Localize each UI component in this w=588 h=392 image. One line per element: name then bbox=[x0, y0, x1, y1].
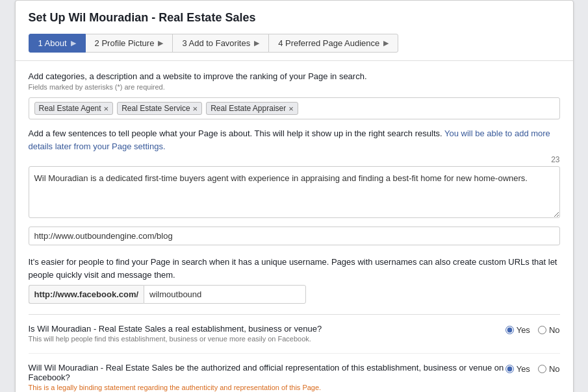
question1-text: Is Wil Mouradian - Real Estate Sales a r… bbox=[29, 324, 505, 334]
page-title: Set Up Wil Mouradian - Real Estate Sales bbox=[29, 11, 560, 25]
about-textarea[interactable]: Wil Mouradian is a dedicated first-time … bbox=[29, 166, 560, 218]
divider bbox=[29, 314, 560, 315]
question1-yes-label: Yes bbox=[517, 325, 530, 335]
website-input[interactable] bbox=[29, 227, 560, 245]
tab-add-favorites[interactable]: 3 Add to Favorites ▶ bbox=[172, 34, 269, 53]
tab-profile-picture-label: 2 Profile Picture bbox=[95, 38, 155, 48]
about-label-highlight: You will be able to add more details lat… bbox=[29, 129, 550, 151]
tag-label: Real Estate Service bbox=[121, 104, 190, 113]
question1-sub: This will help people find this establis… bbox=[29, 335, 505, 343]
question2-yes-radio[interactable] bbox=[505, 365, 514, 373]
question2-section: Will Wil Mouradian - Real Estate Sales b… bbox=[29, 363, 560, 392]
tag-real-estate-service: Real Estate Service × bbox=[117, 102, 202, 115]
question2-no-label: No bbox=[549, 364, 560, 374]
question2-question: Will Wil Mouradian - Real Estate Sales b… bbox=[29, 363, 505, 391]
tab-about-arrow: ▶ bbox=[71, 39, 76, 47]
question2-no-radio[interactable] bbox=[538, 365, 546, 373]
description-text: Add categories, a description and a webs… bbox=[29, 71, 560, 81]
about-label: Add a few sentences to tell people what … bbox=[29, 127, 560, 153]
setup-card: Set Up Wil Mouradian - Real Estate Sales… bbox=[15, 0, 574, 392]
tab-favorites-arrow: ▶ bbox=[254, 39, 259, 47]
question1-yes[interactable]: Yes bbox=[505, 325, 530, 335]
username-row: http://www.facebook.com/ bbox=[29, 285, 560, 304]
tab-audience-arrow: ▶ bbox=[383, 39, 389, 47]
tabs-container: 1 About ▶ 2 Profile Picture ▶ 3 Add to F… bbox=[29, 34, 560, 53]
question1-row: Is Wil Mouradian - Real Estate Sales a r… bbox=[29, 324, 560, 343]
question1-question: Is Wil Mouradian - Real Estate Sales a r… bbox=[29, 324, 505, 343]
username-prefix: http://www.facebook.com/ bbox=[29, 285, 144, 304]
question1-options: Yes No bbox=[505, 324, 560, 335]
tab-profile-arrow: ▶ bbox=[158, 39, 163, 47]
question1-yes-radio[interactable] bbox=[505, 326, 514, 334]
card-header: Set Up Wil Mouradian - Real Estate Sales… bbox=[16, 1, 573, 61]
tab-preferred-audience-label: 4 Preferred Page Audience bbox=[278, 38, 379, 48]
tag-label: Real Estate Agent bbox=[39, 104, 101, 113]
question2-sub: This is a legally binding statement rega… bbox=[29, 384, 505, 391]
question2-yes-label: Yes bbox=[517, 364, 530, 374]
tab-profile-picture[interactable]: 2 Profile Picture ▶ bbox=[85, 34, 173, 53]
tag-label: Real Estate Appraiser bbox=[211, 104, 286, 113]
card-body: Add categories, a description and a webs… bbox=[16, 61, 573, 392]
username-desc: It's easier for people to find your Page… bbox=[29, 256, 560, 281]
question1-no[interactable]: No bbox=[538, 325, 560, 335]
required-note: Fields marked by asterisks (*) are requi… bbox=[29, 83, 560, 91]
tag-real-estate-agent: Real Estate Agent × bbox=[34, 102, 114, 115]
question2-yes[interactable]: Yes bbox=[505, 364, 530, 374]
question1-no-radio[interactable] bbox=[538, 326, 546, 334]
username-section: It's easier for people to find your Page… bbox=[29, 256, 560, 304]
tag-real-estate-appraiser: Real Estate Appraiser × bbox=[206, 102, 298, 115]
tag-close-icon[interactable]: × bbox=[193, 104, 198, 113]
tab-preferred-audience[interactable]: 4 Preferred Page Audience ▶ bbox=[268, 34, 398, 53]
question1-section: Is Wil Mouradian - Real Estate Sales a r… bbox=[29, 324, 560, 354]
questions-section: Is Wil Mouradian - Real Estate Sales a r… bbox=[29, 324, 560, 392]
question2-no[interactable]: No bbox=[538, 364, 560, 374]
tab-add-favorites-label: 3 Add to Favorites bbox=[182, 38, 250, 48]
tag-close-icon[interactable]: × bbox=[104, 104, 109, 113]
question2-row: Will Wil Mouradian - Real Estate Sales b… bbox=[29, 363, 560, 391]
username-input[interactable] bbox=[144, 285, 306, 304]
tags-container[interactable]: Real Estate Agent × Real Estate Service … bbox=[29, 97, 560, 119]
question1-no-label: No bbox=[549, 325, 560, 335]
tab-about[interactable]: 1 About ▶ bbox=[29, 34, 86, 53]
char-count: 23 bbox=[29, 155, 560, 164]
tab-about-label: 1 About bbox=[38, 38, 67, 48]
question2-options: Yes No bbox=[505, 363, 560, 374]
question2-text: Will Wil Mouradian - Real Estate Sales b… bbox=[29, 363, 505, 382]
tag-close-icon[interactable]: × bbox=[288, 104, 294, 113]
